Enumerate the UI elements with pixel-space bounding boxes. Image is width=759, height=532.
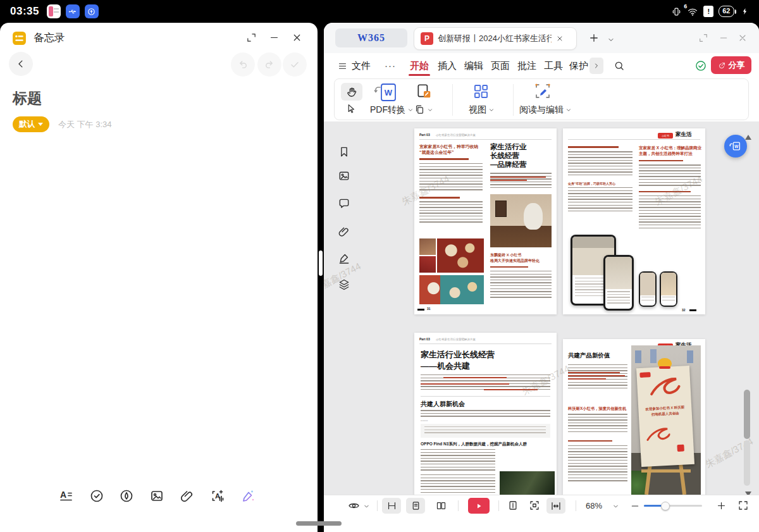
document-tab[interactable]: P 创新研报丨2024小红书家生活行 <box>414 27 577 50</box>
zoom-level[interactable]: 68% <box>586 501 602 510</box>
image-tool[interactable] <box>338 170 350 182</box>
phone-mockup-small <box>660 271 677 307</box>
attachment-button[interactable] <box>180 488 195 504</box>
note-title-field[interactable]: 标题 <box>13 89 42 108</box>
single-page-view-button[interactable] <box>406 498 425 514</box>
highlight-text <box>484 389 538 390</box>
scrollbar-track[interactable] <box>744 440 750 486</box>
fit-width-button[interactable] <box>546 498 565 514</box>
collage-photo <box>419 238 436 255</box>
pdf-document-area[interactable]: Part 03 小红书家生活行业营销解决方案 宜家家居X小红书，种草巧收纳 “就… <box>324 121 759 495</box>
wps-titlebar: W365 P 创新研报丨2024小红书家生活行 <box>324 23 759 53</box>
poster-title: 欢迎参加小红书 X 科沃斯 扫地机器人共创会 <box>638 405 692 418</box>
pdf-page-33[interactable]: Part 03 小红书家生活行业营销解决方案 家生活行业长线经营 ——机会共建 … <box>414 333 557 495</box>
fullscreen-button[interactable] <box>737 500 749 511</box>
highlight-text <box>568 372 620 373</box>
layers-tool[interactable] <box>338 278 350 291</box>
save-status-button[interactable] <box>694 59 707 72</box>
text-format-button[interactable]: A <box>59 488 74 504</box>
split-screen-drag-handle[interactable] <box>319 251 323 276</box>
battery-indicator: 62 <box>719 6 736 17</box>
read-edit-icon[interactable] <box>533 82 552 103</box>
charging-bolt-icon <box>741 6 749 16</box>
insert-image-button[interactable] <box>149 488 164 504</box>
double-page-view-button[interactable] <box>431 498 450 514</box>
body-text <box>568 151 632 176</box>
pdf-to-image-button[interactable] <box>416 83 432 102</box>
pdf-to-word-floating-button[interactable]: W <box>724 135 747 158</box>
scan-text-button[interactable]: A <box>210 488 225 504</box>
tab-tools[interactable]: 工具 <box>544 54 563 77</box>
pdf-page-31[interactable]: Part 03 小红书家生活行业营销解决方案 宜家家居X小红书，种草巧收纳 “就… <box>414 128 557 314</box>
toolbar-divider <box>513 84 514 116</box>
eye-icon <box>348 500 360 512</box>
pdf-to-word-icon[interactable]: W <box>374 82 402 105</box>
confirm-button[interactable] <box>283 53 307 77</box>
draw-pen-button[interactable] <box>119 488 134 504</box>
rule <box>419 343 552 344</box>
notes-minimize-button[interactable] <box>269 32 280 43</box>
pdf-page-34[interactable]: 小红书 家生活 共建产品新价值 科沃斯X小红书，深度共创新生机 <box>563 339 705 495</box>
search-button[interactable] <box>614 60 625 71</box>
undo-button[interactable] <box>231 53 255 77</box>
hand-tool-button[interactable] <box>341 83 362 101</box>
play-presentation-button[interactable] <box>468 498 490 514</box>
pdf-convert-button[interactable]: PDF转换 <box>370 104 414 116</box>
zoom-slider-thumb[interactable] <box>661 502 670 510</box>
pdf-page-32[interactable]: 小红书 家生活 化身“年轻”品牌，巧获年轻人芳心 宜家家居 X 小红书：理解品牌… <box>563 128 705 314</box>
notes-close-button[interactable] <box>292 32 302 43</box>
hamburger-menu-icon[interactable] <box>338 61 347 71</box>
wps-minimize-button[interactable] <box>719 33 729 43</box>
scroll-down-arrow[interactable] <box>744 488 752 495</box>
notes-float-window-button[interactable] <box>246 32 257 43</box>
read-edit-button[interactable]: 阅读与编辑 <box>519 104 572 116</box>
fit-page-button[interactable] <box>529 500 540 511</box>
tab-comment[interactable]: 批注 <box>517 54 536 77</box>
zoom-dropdown[interactable] <box>612 503 619 510</box>
page-number: 31 <box>427 307 431 311</box>
redo-button[interactable] <box>257 53 281 77</box>
new-tab-button[interactable] <box>588 32 600 44</box>
zoom-in-button[interactable] <box>716 500 727 511</box>
tab-edit[interactable]: 编辑 <box>464 54 483 77</box>
view-grid-icon[interactable] <box>472 83 490 100</box>
scrollbar-thumb[interactable] <box>744 390 750 439</box>
home-indicator[interactable] <box>296 521 342 526</box>
comment-tool[interactable] <box>338 197 350 210</box>
tab-close-icon[interactable] <box>556 35 564 42</box>
tab-protect[interactable]: 保护 <box>569 54 588 77</box>
ribbon-overflow-button[interactable] <box>589 58 603 74</box>
merge-split-button[interactable] <box>414 104 433 115</box>
tab-list-dropdown[interactable] <box>607 36 615 44</box>
scroll-mode-button[interactable] <box>382 498 401 514</box>
sub-heading-placeholder <box>639 160 683 161</box>
body-text <box>490 271 552 299</box>
rule <box>421 396 550 397</box>
read-mode-dropdown[interactable] <box>363 503 370 510</box>
more-menu-button[interactable]: ··· <box>385 54 396 77</box>
tab-insert[interactable]: 插入 <box>438 54 457 77</box>
ai-writing-button[interactable] <box>240 488 256 504</box>
note-tag-selector[interactable]: 默认 <box>13 116 49 132</box>
bookmark-tool[interactable] <box>338 145 350 158</box>
zoom-out-button[interactable] <box>630 501 640 511</box>
menu-file[interactable]: 文件 <box>352 54 371 77</box>
sub-heading-placeholder <box>490 266 528 268</box>
select-tool-button[interactable] <box>345 103 357 117</box>
fit-height-button[interactable] <box>507 500 519 511</box>
back-button[interactable] <box>9 52 33 76</box>
todo-checkbox-button[interactable] <box>89 488 104 504</box>
share-button[interactable]: 分享 <box>711 56 751 74</box>
wps-close-button[interactable] <box>737 33 748 43</box>
undo-icon <box>237 58 249 71</box>
wps-float-window-button[interactable] <box>698 33 708 43</box>
signature-tool[interactable] <box>338 252 350 264</box>
view-button[interactable]: 视图 <box>469 104 495 116</box>
scroll-up-arrow[interactable] <box>744 132 752 143</box>
attachment-tool[interactable] <box>338 225 350 238</box>
wps-365-logo[interactable]: W365 <box>335 28 407 47</box>
zoom-slider-track[interactable] <box>644 505 702 507</box>
tab-page[interactable]: 页面 <box>491 54 510 77</box>
read-mode-button[interactable] <box>348 500 360 512</box>
easel-tray <box>641 469 691 473</box>
